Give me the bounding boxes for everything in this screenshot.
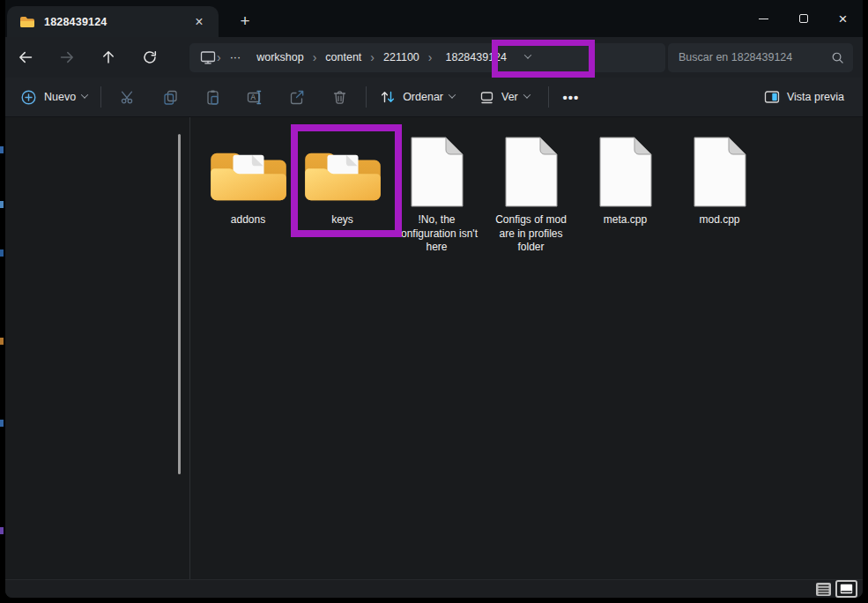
details-view-button[interactable] — [815, 582, 831, 596]
minimize-icon — [759, 19, 768, 19]
breadcrumb-separator: › — [216, 50, 222, 64]
tab-title: 1828439124 — [44, 16, 108, 28]
toolbar-separator — [100, 86, 101, 108]
background-window-sliver — [0, 201, 4, 208]
rename-icon: A — [247, 89, 263, 106]
navigation-pane — [5, 117, 189, 579]
breadcrumb-workshop[interactable]: workshop — [249, 46, 312, 69]
breadcrumb-separator: › — [427, 50, 434, 64]
background-window-sliver — [0, 338, 4, 345]
plus-circle-icon — [20, 89, 37, 106]
document-icon — [504, 136, 559, 208]
copy-button[interactable] — [149, 82, 191, 112]
nav-pane-scrollbar[interactable] — [178, 134, 181, 474]
tab-close-icon[interactable]: × — [189, 11, 210, 33]
back-button[interactable] — [11, 42, 41, 72]
document-icon — [598, 136, 653, 208]
file-item-label: !No, the configuration isn't here — [394, 213, 480, 255]
chevron-down-icon[interactable] — [524, 51, 531, 58]
preview-button[interactable]: Vista previa — [756, 82, 852, 112]
clipboard-icon — [204, 89, 221, 106]
close-icon: × — [839, 11, 848, 26]
file-item-label: keys — [331, 213, 353, 227]
file-item-meta-cpp[interactable]: meta.cpp — [578, 124, 672, 255]
delete-button[interactable] — [318, 82, 360, 112]
breadcrumb-separator: › — [369, 50, 375, 64]
up-button[interactable] — [93, 42, 123, 72]
background-window-sliver — [0, 420, 4, 427]
breadcrumb-1828439124[interactable]: 1828439124 — [434, 46, 520, 69]
more-options-button[interactable]: ••• — [554, 82, 588, 112]
maximize-icon — [799, 14, 808, 23]
address-bar-row: › ··· workshop › content › 221100 › 1828… — [5, 37, 863, 78]
share-icon — [289, 89, 306, 106]
file-item-keys[interactable]: keys — [295, 124, 389, 255]
sort-button-label: Ordenar — [403, 91, 443, 103]
cut-button[interactable] — [107, 82, 149, 112]
breadcrumb-overflow[interactable]: ··· — [222, 46, 249, 69]
svg-text:A: A — [250, 93, 256, 101]
maximize-button[interactable] — [783, 0, 823, 37]
paste-button[interactable] — [191, 82, 234, 112]
explorer-tab[interactable]: 1828439124 × — [7, 6, 219, 37]
chevron-down-icon — [523, 91, 530, 98]
toolbar-separator — [548, 86, 549, 108]
view-icon — [479, 90, 494, 105]
title-bar: 1828439124 × + × — [5, 0, 863, 37]
search-placeholder: Buscar en 1828439124 — [679, 51, 831, 63]
file-list: addons keys — [190, 117, 863, 579]
file-item-label: mod.cpp — [699, 213, 739, 227]
view-button[interactable]: Ver — [471, 82, 538, 112]
minimize-button[interactable] — [744, 0, 783, 37]
forward-button[interactable] — [52, 42, 82, 72]
new-tab-button[interactable]: + — [231, 7, 259, 35]
large-icons-view-button[interactable] — [835, 580, 857, 598]
this-pc-icon[interactable] — [200, 50, 216, 65]
folder-icon — [207, 145, 290, 208]
breadcrumb-separator: › — [312, 50, 318, 64]
background-window-sliver — [0, 146, 4, 153]
window-controls: × — [744, 0, 863, 37]
more-options-icon: ••• — [562, 90, 579, 105]
status-bar — [5, 579, 863, 598]
file-item-no-config[interactable]: !No, the configuration isn't here — [389, 124, 484, 255]
chevron-down-icon — [449, 91, 456, 98]
file-item-addons[interactable]: addons — [201, 124, 295, 255]
sort-button[interactable]: Ordenar — [372, 82, 463, 112]
folder-icon — [19, 16, 35, 28]
file-item-label: meta.cpp — [604, 213, 647, 227]
search-box[interactable]: Buscar en 1828439124 — [668, 43, 853, 72]
document-icon — [410, 136, 464, 208]
breadcrumb-content[interactable]: content — [317, 46, 369, 69]
toolbar-separator — [366, 86, 367, 108]
main-area: addons keys — [5, 117, 863, 579]
background-window-sliver — [0, 527, 4, 534]
file-item-label: addons — [231, 213, 265, 227]
back-icon — [18, 49, 33, 65]
folder-icon — [301, 145, 384, 208]
background-window-sliver — [0, 249, 4, 257]
scissors-icon — [120, 89, 137, 106]
view-button-label: Ver — [501, 91, 518, 103]
file-item-mod-cpp[interactable]: mod.cpp — [672, 124, 767, 255]
breadcrumb-221100[interactable]: 221100 — [375, 46, 427, 69]
share-button[interactable] — [276, 82, 318, 112]
refresh-button[interactable] — [135, 42, 165, 72]
address-bar[interactable]: › ··· workshop › content › 221100 › 1828… — [189, 43, 665, 72]
document-icon — [693, 136, 747, 208]
preview-pane-icon — [764, 90, 780, 104]
chevron-down-icon — [81, 91, 88, 98]
close-button[interactable]: × — [823, 0, 863, 37]
trash-icon — [331, 89, 348, 106]
large-icons-view-icon — [840, 584, 853, 594]
file-item-configs-note[interactable]: Configs of mod are in profiles folder — [484, 124, 578, 255]
new-button-label: Nuevo — [44, 91, 76, 103]
command-bar: Nuevo A — [5, 78, 863, 117]
search-icon[interactable] — [831, 51, 844, 64]
refresh-icon — [142, 49, 158, 65]
rename-button[interactable]: A — [234, 82, 276, 112]
new-button[interactable]: Nuevo — [12, 82, 95, 112]
sort-icon — [380, 89, 396, 105]
forward-icon — [59, 49, 75, 65]
file-explorer-window: 1828439124 × + × — [5, 0, 863, 598]
